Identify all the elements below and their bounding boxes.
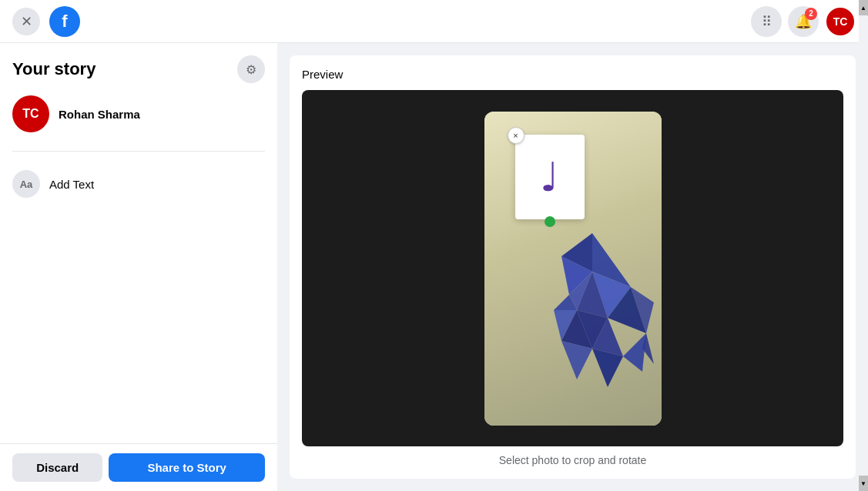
origami-image: [523, 195, 662, 426]
text-icon: Aa: [12, 170, 40, 198]
main-content: Your story ⚙ TC Rohan Sharma Aa Add Text…: [0, 43, 868, 491]
scroll-up-button[interactable]: ▲: [859, 0, 868, 15]
preview-area: Preview: [277, 43, 868, 491]
svg-marker-16: [623, 333, 646, 372]
share-to-story-button[interactable]: Share to Story: [109, 453, 265, 482]
top-bar: ✕ f ⠿ 🔔 2 TC: [0, 0, 868, 43]
story-frame: × ♩: [484, 112, 662, 426]
preview-canvas: × ♩: [302, 90, 843, 446]
apps-icon: ⠿: [762, 13, 772, 30]
preview-title: Preview: [302, 68, 843, 81]
sticker-rotate-handle[interactable]: [545, 216, 555, 227]
notifications-button[interactable]: 🔔 2: [788, 6, 819, 37]
settings-button[interactable]: ⚙: [237, 55, 265, 83]
apps-button[interactable]: ⠿: [751, 6, 782, 37]
music-sticker[interactable]: × ♩: [515, 135, 585, 219]
top-bar-left: ✕ f: [12, 6, 80, 37]
add-text-button[interactable]: Aa Add Text: [12, 164, 265, 204]
sidebar-title: Your story: [12, 59, 96, 79]
sidebar: Your story ⚙ TC Rohan Sharma Aa Add Text…: [0, 43, 277, 491]
sidebar-header: Your story ⚙: [12, 55, 265, 83]
music-note-icon: ♩: [540, 154, 559, 200]
discard-button[interactable]: Discard: [12, 453, 102, 482]
facebook-logo: f: [49, 6, 80, 37]
close-button[interactable]: ✕: [12, 8, 40, 35]
add-text-label: Add Text: [49, 178, 94, 191]
top-bar-right: ⠿ 🔔 2 TC: [751, 6, 856, 37]
preview-card: Preview: [290, 55, 856, 479]
scrollbar: ▲ ▼: [859, 0, 868, 491]
notification-badge: 2: [805, 8, 817, 20]
user-row: TC Rohan Sharma: [12, 95, 265, 132]
sidebar-footer: Discard Share to Story: [0, 443, 277, 491]
sticker-close-button[interactable]: ×: [508, 127, 524, 144]
gear-icon: ⚙: [246, 62, 256, 77]
preview-hint: Select photo to crop and rotate: [302, 454, 843, 466]
user-avatar: TC: [12, 95, 49, 132]
divider: [12, 151, 265, 152]
user-name: Rohan Sharma: [59, 108, 140, 121]
user-avatar-top: TC: [825, 6, 856, 37]
scroll-down-button[interactable]: ▼: [859, 476, 868, 491]
